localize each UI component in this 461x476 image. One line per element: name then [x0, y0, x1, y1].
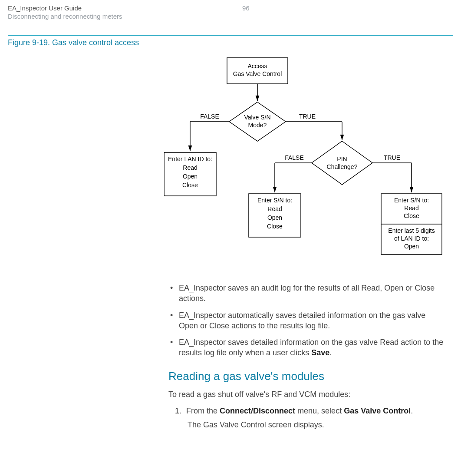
bullet-1-text: EA_Inspector saves an audit log for the … [179, 284, 435, 303]
section-heading: Reading a gas valve's modules [168, 369, 445, 384]
node-access-l2: Gas Valve Control [233, 70, 282, 77]
step-1-body: From the Connect/Disconnect menu, select… [186, 407, 413, 415]
node-decision1-l1: Valve S/N [244, 114, 270, 121]
bullet-1: EA_Inspector saves an audit log for the … [168, 283, 445, 304]
node-sn-l3: Open [267, 214, 282, 221]
node-lan-l1: Enter LAN ID to: [168, 155, 212, 162]
node-sn-pin-bot-l3: Open [404, 243, 419, 250]
label-d2-true: TRUE [384, 154, 400, 161]
step-1-bold2: Gas Valve Control [344, 407, 411, 415]
node-lan-l4: Close [182, 182, 198, 188]
node-sn-pin-top-l2: Read [404, 205, 418, 212]
node-sn-pin-bot-l1: Enter last 5 digits [388, 227, 435, 234]
doc-title: EA_Inspector User Guide [8, 4, 242, 12]
label-d1-false: FALSE [200, 113, 219, 120]
bullet-2: EA_Inspector automatically saves detaile… [168, 310, 445, 331]
doc-subtitle: Disconnecting and reconnecting meters [8, 13, 242, 20]
page-number: 96 [242, 4, 250, 20]
label-d2-false: FALSE [285, 154, 304, 161]
page-header: EA_Inspector User Guide Disconnecting an… [8, 4, 453, 20]
flowchart-svg: Access Gas Valve Control Valve S/N Mode?… [164, 53, 451, 271]
node-access-l1: Access [247, 63, 267, 69]
bullet-3-post: . [329, 348, 332, 357]
node-sn-l2: Read [267, 205, 282, 212]
node-decision2-l2: Challenge? [327, 163, 358, 170]
node-sn-pin-bot-l2: of LAN ID to: [394, 235, 429, 242]
header-rule [8, 35, 453, 36]
node-lan-l3: Open [183, 173, 198, 180]
step-1-mid: menu, select [295, 407, 344, 415]
step-1-pre: From the [186, 407, 220, 415]
node-decision2 [312, 141, 372, 185]
body-content: EA_Inspector saves an audit log for the … [168, 283, 445, 430]
node-lan-l2: Read [183, 164, 197, 171]
step-1-bold1: Connect/Disconnect [220, 407, 295, 415]
node-sn-l1: Enter S/N to: [257, 197, 292, 204]
figure-caption: Figure 9-19. Gas valve control access [8, 38, 453, 47]
node-sn-pin-top-l1: Enter S/N to: [394, 197, 429, 204]
flowchart: Access Gas Valve Control Valve S/N Mode?… [164, 53, 453, 271]
bullet-3: EA_Inspector saves detailed information … [168, 337, 445, 358]
step-list: 1. From the Connect/Disconnect menu, sel… [172, 406, 445, 430]
step-1-num: 1. [172, 406, 181, 416]
node-sn-l4: Close [267, 223, 283, 230]
section-intro: To read a gas shut off valve's RF and VC… [168, 389, 445, 400]
bullet-2-text: EA_Inspector automatically saves detaile… [179, 311, 425, 330]
node-decision2-l1: PIN [337, 155, 347, 162]
label-d1-true: TRUE [299, 113, 316, 120]
bullet-list: EA_Inspector saves an audit log for the … [168, 283, 445, 358]
node-sn-pin-top-l3: Close [404, 212, 419, 219]
bullet-3-bold: Save [311, 348, 329, 357]
node-decision1-l2: Mode? [248, 122, 267, 129]
step-1-post: . [411, 407, 413, 415]
step-1: 1. From the Connect/Disconnect menu, sel… [172, 406, 445, 416]
step-1-follow: The Gas Valve Control screen displays. [188, 420, 445, 430]
